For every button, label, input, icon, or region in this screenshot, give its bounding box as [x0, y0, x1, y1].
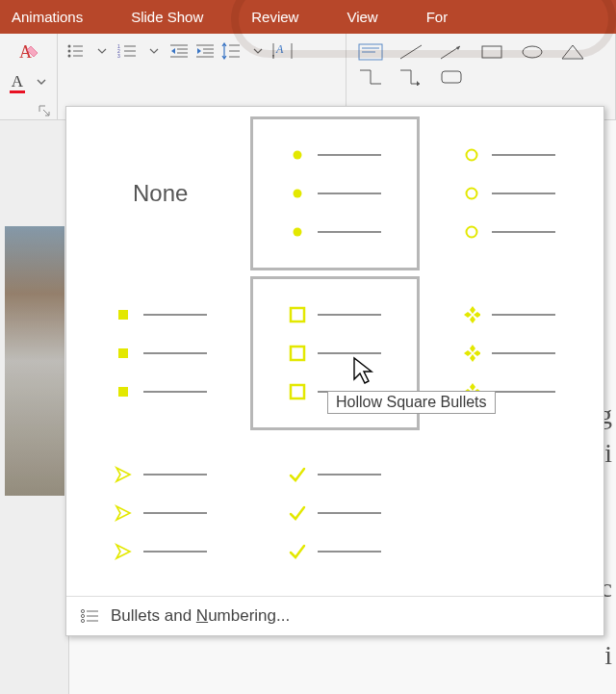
- numbering-button[interactable]: 1 2 3: [116, 40, 138, 62]
- four-diamond-glyph-icon: [463, 345, 480, 362]
- svg-rect-43: [118, 387, 128, 397]
- bullet-gallery-dropdown: None Bullets and Numbering...: [65, 106, 604, 636]
- tab-review[interactable]: Review: [251, 9, 298, 25]
- svg-point-36: [293, 190, 301, 198]
- eraser-a-icon: A: [17, 42, 40, 64]
- chevron-down-icon: [97, 46, 107, 56]
- shape-oval[interactable]: [518, 43, 547, 61]
- hollow-square-glyph-icon: [289, 383, 306, 400]
- bullet-gallery-grid: None: [66, 107, 603, 596]
- shape-rectangle[interactable]: [477, 43, 506, 61]
- clear-formatting-button[interactable]: A: [7, 42, 51, 64]
- bullet-option-arrow[interactable]: [76, 436, 244, 590]
- footer-label-underline: N: [196, 606, 208, 625]
- arrow-glyph-icon: [115, 466, 132, 483]
- bullets-icon: [80, 608, 99, 624]
- tab-animations[interactable]: Animations: [12, 9, 83, 25]
- bullet-option-filled-round[interactable]: [250, 116, 419, 270]
- svg-rect-46: [291, 385, 304, 398]
- slide-text: i: [604, 438, 612, 469]
- chevron-down-icon: [253, 46, 263, 56]
- roundrect-icon: [439, 68, 464, 86]
- tab-view[interactable]: View: [346, 9, 377, 25]
- four-diamond-glyph-icon: [463, 306, 480, 323]
- svg-point-35: [293, 151, 301, 160]
- shape-elbow[interactable]: [356, 68, 385, 86]
- tab-format[interactable]: For: [426, 9, 449, 25]
- filled-square-glyph-icon: [115, 345, 132, 362]
- shape-roundrect[interactable]: [437, 68, 466, 86]
- text-direction-button[interactable]: A: [272, 40, 294, 62]
- hollow-square-glyph-icon: [289, 306, 306, 323]
- bullets-and-numbering-menuitem[interactable]: Bullets and Numbering...: [66, 596, 603, 635]
- svg-point-38: [467, 150, 477, 161]
- bullets-button[interactable]: [64, 40, 86, 62]
- svg-point-5: [68, 55, 71, 58]
- svg-line-30: [400, 45, 422, 59]
- svg-point-1: [68, 45, 71, 48]
- tooltip-hollow-square: Hollow Square Bullets: [327, 391, 496, 414]
- svg-point-37: [293, 228, 301, 237]
- svg-point-33: [523, 46, 542, 58]
- font-dialog-launcher[interactable]: [38, 104, 51, 117]
- tab-slide-show[interactable]: Slide Show: [131, 9, 203, 25]
- slide-text: i: [604, 640, 612, 671]
- font-color-button[interactable]: A: [7, 71, 28, 92]
- chevron-down-icon: [37, 77, 46, 87]
- bullet-option-checkmark[interactable]: [250, 436, 419, 590]
- line-spacing-button[interactable]: [220, 40, 242, 62]
- elbow-arrow-icon: [398, 68, 424, 86]
- numbering-icon: 1 2 3: [117, 43, 137, 59]
- hollow-round-glyph-icon: [463, 223, 480, 241]
- svg-text:3: 3: [117, 53, 120, 59]
- svg-rect-41: [118, 310, 128, 320]
- slide-thumbnail[interactable]: [5, 226, 64, 496]
- svg-text:A: A: [275, 42, 284, 56]
- font-color-dropdown[interactable]: [30, 71, 51, 92]
- filled-square-glyph-icon: [115, 383, 132, 400]
- dialog-launcher-icon: [38, 104, 51, 117]
- footer-label-suffix: umbering...: [208, 606, 290, 625]
- chevron-down-icon: [149, 46, 159, 56]
- slide-thumbnail-panel[interactable]: [0, 120, 69, 694]
- bullet-option-hollow-round[interactable]: [425, 116, 594, 270]
- svg-point-47: [81, 609, 84, 612]
- checkmark-glyph-icon: [289, 466, 306, 483]
- filled-round-glyph-icon: [289, 146, 306, 164]
- line-arrow-icon: [439, 43, 464, 61]
- shape-line[interactable]: [397, 43, 425, 61]
- shape-elbow-arrow[interactable]: [397, 68, 425, 86]
- svg-point-3: [68, 50, 71, 53]
- shape-line-arrow[interactable]: [437, 43, 466, 61]
- bullet-none-label: None: [133, 180, 188, 207]
- checkmark-glyph-icon: [289, 543, 306, 560]
- rectangle-icon: [479, 43, 504, 61]
- elbow-connector-icon: [358, 68, 383, 86]
- increase-indent-button[interactable]: [194, 40, 216, 62]
- svg-point-40: [467, 227, 477, 238]
- footer-label-prefix: Bullets and: [111, 606, 196, 625]
- filled-round-glyph-icon: [289, 185, 306, 202]
- bullets-dropdown-caret[interactable]: [90, 40, 112, 62]
- line-icon: [398, 43, 424, 61]
- filled-square-glyph-icon: [115, 306, 132, 323]
- numbering-dropdown-caret[interactable]: [142, 40, 164, 62]
- shape-textbox[interactable]: [356, 43, 385, 61]
- hollow-round-glyph-icon: [463, 146, 480, 164]
- svg-rect-32: [482, 46, 501, 58]
- svg-point-49: [81, 614, 84, 617]
- text-direction-icon: A: [272, 41, 294, 61]
- line-spacing-icon: [221, 42, 241, 60]
- triangle-icon: [560, 43, 585, 61]
- bullets-icon: [66, 43, 84, 59]
- line-spacing-dropdown-caret[interactable]: [246, 40, 268, 62]
- svg-rect-42: [118, 348, 128, 358]
- indent-icon: [196, 43, 214, 59]
- shape-triangle[interactable]: [558, 43, 587, 61]
- arrow-glyph-icon: [115, 543, 132, 560]
- decrease-indent-button[interactable]: [168, 40, 190, 62]
- bullet-option-none[interactable]: None: [76, 116, 244, 270]
- svg-rect-45: [291, 347, 304, 360]
- bullet-option-filled-square[interactable]: [76, 276, 244, 430]
- svg-rect-34: [442, 71, 461, 83]
